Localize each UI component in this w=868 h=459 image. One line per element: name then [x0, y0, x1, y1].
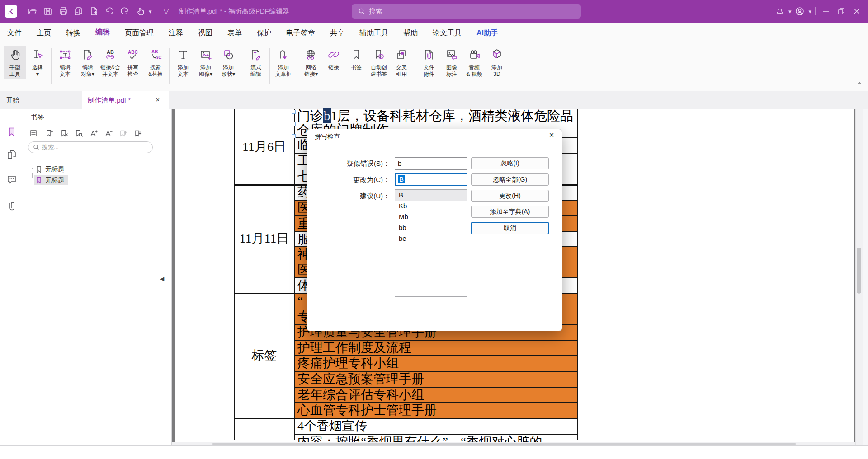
move-bookmark-up-icon[interactable] — [118, 128, 128, 139]
bookmark-icon — [35, 177, 42, 184]
collapse-ribbon-icon[interactable] — [854, 79, 864, 89]
dialog-close-icon[interactable]: × — [547, 130, 557, 140]
menu-home[interactable]: 主页 — [37, 23, 51, 43]
menu-paper-tools[interactable]: 论文工具 — [433, 23, 462, 43]
bookmark-item[interactable]: 无标题 — [34, 164, 68, 174]
touch-mode-dropdown-icon[interactable]: ▾ — [149, 8, 152, 15]
ribbon-tool-weblink[interactable]: 网络链接▾ — [300, 46, 322, 79]
global-search-input[interactable]: 搜索 — [352, 4, 581, 19]
bookmark-search-input[interactable]: 搜索... — [28, 141, 153, 153]
add-text-icon — [177, 47, 189, 62]
menu-esign[interactable]: 电子签章 — [286, 23, 315, 43]
undo-icon[interactable] — [102, 4, 117, 19]
menu-comment[interactable]: 注释 — [169, 23, 183, 43]
add-bookmark-icon[interactable] — [44, 128, 55, 139]
ribbon-tool-link[interactable]: 链接 — [322, 46, 345, 72]
ribbon-tool-add-3d[interactable]: 添加3D — [486, 46, 508, 79]
ribbon-tool-edit-object[interactable]: 编辑对象▾ — [76, 46, 99, 79]
tab-close-icon[interactable]: × — [154, 96, 162, 104]
save-icon[interactable] — [41, 4, 55, 19]
cancel-button[interactable]: 取消 — [471, 222, 549, 234]
ignore-all-button[interactable]: 忽略全部(G) — [471, 173, 549, 186]
menu-view[interactable]: 视图 — [198, 23, 212, 43]
bookmarks-panel-icon[interactable] — [6, 126, 17, 137]
redo-icon[interactable] — [118, 4, 132, 19]
ribbon-tool-add-shape[interactable]: 添加形状▾ — [217, 46, 240, 79]
suspect-error-label: 疑似错误(S)： — [313, 159, 390, 168]
duplicate-page-icon[interactable] — [71, 4, 86, 19]
foxit-logo-icon[interactable] — [5, 5, 17, 18]
delete-bookmark-icon[interactable] — [59, 128, 70, 139]
minimize-button[interactable] — [819, 4, 833, 19]
ribbon-tool-audio-video[interactable]: 音频& 视频 — [463, 46, 486, 79]
notifications-bell-icon[interactable] — [773, 4, 787, 19]
tool-label: 图像标注 — [446, 64, 457, 78]
open-file-icon[interactable] — [25, 4, 40, 19]
ribbon-tool-add-image[interactable]: 添加图像▾ — [194, 46, 217, 79]
textbox-handle[interactable] — [292, 110, 296, 114]
expand-font-icon[interactable] — [88, 128, 99, 139]
suspect-error-field[interactable]: b — [395, 157, 467, 170]
pages-panel-icon[interactable] — [6, 149, 17, 160]
ribbon-tool-hand[interactable]: 手型工具 — [4, 46, 26, 79]
textbox-handle[interactable] — [292, 122, 296, 126]
menu-form[interactable]: 表单 — [227, 23, 242, 43]
ribbon-tool-link-join-text[interactable]: AB 链接&合并文本 — [99, 46, 122, 79]
menu-ai-assistant[interactable]: AI助手 — [476, 23, 498, 43]
close-button[interactable] — [849, 4, 864, 19]
print-icon[interactable] — [56, 4, 71, 19]
suggestion-item[interactable]: B — [395, 190, 467, 201]
account-dropdown-icon[interactable]: ▾ — [808, 8, 811, 15]
suggestions-listbox[interactable]: B Kb Mb bb be — [395, 189, 467, 297]
comments-panel-icon[interactable] — [6, 174, 17, 185]
touch-mode-icon[interactable] — [133, 4, 147, 19]
table-date-cell: 标签 — [235, 293, 294, 418]
menu-file[interactable]: 文件 — [7, 23, 22, 43]
quick-access-customize-icon[interactable]: ▽ — [159, 4, 174, 19]
tab-start[interactable]: 开始 — [0, 91, 82, 109]
menu-convert[interactable]: 转换 — [66, 23, 80, 43]
notifications-dropdown-icon[interactable]: ▾ — [788, 8, 792, 15]
attachments-panel-icon[interactable] — [6, 201, 17, 211]
ribbon-tool-flow-edit[interactable]: T 流式编辑 — [245, 46, 267, 79]
restore-button[interactable] — [834, 4, 849, 19]
ribbon-tool-auto-bookmark[interactable]: A 自动创建书签 — [368, 46, 390, 79]
bookmark-item-selected[interactable]: 无标题 — [34, 175, 68, 185]
collapse-panel-icon[interactable]: ◀ — [160, 273, 166, 285]
add-to-dictionary-button[interactable]: 添加至字典(A) — [471, 206, 549, 218]
ribbon-tool-image-annotation[interactable]: 图像标注 — [440, 46, 463, 79]
ribbon-tool-cross-reference[interactable]: 交叉引用 — [390, 46, 413, 79]
ribbon-tool-search-replace[interactable]: ABAC 搜索&替换 — [144, 46, 167, 79]
bookmark-list-icon[interactable] — [28, 128, 39, 139]
account-avatar-icon[interactable] — [793, 4, 807, 19]
ribbon-tool-spell-check[interactable]: ABC 拼写检查 — [122, 46, 144, 79]
ribbon-tool-select[interactable]: 选择▾ — [26, 46, 49, 79]
vertical-scrollbar-thumb[interactable] — [857, 248, 861, 294]
ribbon-tool-bookmark[interactable]: 书签 — [345, 46, 368, 72]
menu-protect[interactable]: 保护 — [257, 23, 271, 43]
suggestion-item[interactable]: be — [395, 233, 467, 244]
suggestion-item[interactable]: Mb — [395, 211, 467, 222]
ribbon-tool-file-attachment[interactable]: 文件附件 — [418, 46, 440, 79]
ribbon-tool-edit-text[interactable]: 编辑文本 — [54, 46, 76, 79]
ribbon-tool-add-article-box[interactable]: 添加文章框 — [272, 46, 295, 79]
menu-share[interactable]: 共享 — [330, 23, 344, 43]
reduce-font-icon[interactable] — [103, 128, 114, 139]
find-bookmark-icon[interactable] — [73, 128, 84, 139]
move-bookmark-down-icon[interactable] — [132, 128, 143, 139]
tool-label: 文件附件 — [424, 64, 434, 78]
textbox-handle[interactable] — [292, 134, 296, 138]
ribbon-tool-add-text[interactable]: 添加文本 — [172, 46, 194, 79]
ignore-button[interactable]: 忽略(I) — [471, 157, 549, 169]
menu-edit[interactable]: 编辑 — [95, 22, 110, 44]
suggestion-item[interactable]: Kb — [395, 201, 467, 211]
bookmarks-panel — [23, 109, 172, 445]
menu-help[interactable]: 帮助 — [403, 23, 418, 43]
change-button[interactable]: 更改(H) — [471, 190, 549, 202]
horizontal-scrollbar-thumb[interactable] — [212, 443, 796, 445]
menu-accessibility[interactable]: 辅助工具 — [359, 23, 388, 43]
add-page-icon[interactable] — [87, 4, 101, 19]
suggestion-item[interactable]: bb — [395, 222, 467, 233]
change-to-field[interactable]: B — [395, 173, 467, 186]
menu-page-management[interactable]: 页面管理 — [125, 23, 154, 43]
